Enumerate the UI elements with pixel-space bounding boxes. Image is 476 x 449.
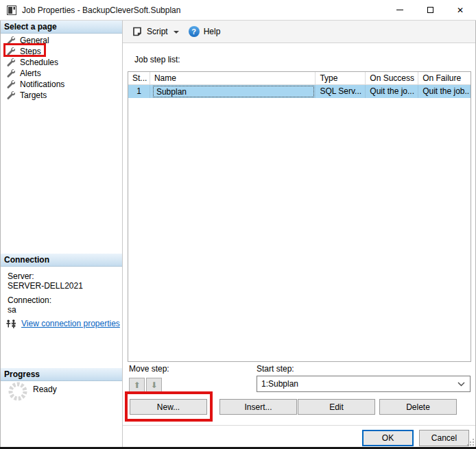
column-header-name[interactable]: Name xyxy=(150,72,316,85)
cell-on-failure: Quit the job... xyxy=(418,85,471,98)
sidebar-item-label: Schedules xyxy=(20,58,58,67)
start-step-label: Start step: xyxy=(257,364,294,374)
column-header-on-success[interactable]: On Success xyxy=(366,72,418,85)
close-icon: ✕ xyxy=(457,6,464,14)
delete-button[interactable]: Delete xyxy=(379,399,457,415)
chevron-down-icon xyxy=(457,382,465,387)
table-header-row: St... Name Type On Success On Failure xyxy=(128,72,471,85)
progress-spinner-icon xyxy=(8,381,28,402)
sidebar-item-label: Alerts xyxy=(20,69,41,78)
wrench-icon xyxy=(7,69,15,77)
start-step-value: 1:Subplan xyxy=(261,379,298,389)
up-arrow-icon: ⬆ xyxy=(133,381,140,389)
cancel-button[interactable]: Cancel xyxy=(419,430,469,446)
job-step-list-label: Job step list: xyxy=(134,55,180,64)
column-header-step[interactable]: St... xyxy=(128,72,150,85)
footer-divider xyxy=(123,425,475,426)
wrench-icon xyxy=(7,36,15,45)
column-header-type[interactable]: Type xyxy=(316,72,366,85)
cell-step-name-text: Subplan xyxy=(153,86,315,97)
close-button[interactable]: ✕ xyxy=(445,0,475,20)
cell-step-type: SQL Serv... xyxy=(316,85,366,98)
sidebar-item-label: Steps xyxy=(20,47,41,56)
sidebar-item-steps[interactable]: Steps xyxy=(1,46,122,57)
script-dropdown-icon xyxy=(174,31,179,34)
connection-properties-icon xyxy=(6,319,17,328)
help-icon: ? xyxy=(189,26,200,37)
sidebar: Select a page General Steps Schedules Al… xyxy=(1,21,123,447)
cell-on-success: Quit the jo... xyxy=(366,85,418,98)
select-a-page-header: Select a page xyxy=(1,21,122,34)
title-bar: Job Properties - BackupCleverSoft.Subpla… xyxy=(0,0,476,21)
script-label: Script xyxy=(147,27,168,36)
wrench-icon xyxy=(7,91,15,99)
cell-step-number: 1 xyxy=(128,85,150,98)
help-label: Help xyxy=(204,27,221,36)
window-title: Job Properties - BackupCleverSoft.Subpla… xyxy=(22,5,180,15)
maximize-icon xyxy=(427,7,433,13)
minimize-button[interactable] xyxy=(385,0,415,20)
progress-header: Progress xyxy=(1,368,122,381)
cell-step-name: Subplan xyxy=(150,85,316,98)
new-button[interactable]: New... xyxy=(130,399,207,415)
sidebar-item-label: Targets xyxy=(20,90,47,100)
wrench-icon xyxy=(7,58,15,66)
sidebar-item-notifications[interactable]: Notifications xyxy=(1,79,122,90)
script-button[interactable]: Script xyxy=(132,26,185,37)
sidebar-item-targets[interactable]: Targets xyxy=(1,90,122,101)
progress-status: Ready xyxy=(33,385,57,394)
job-step-table: St... Name Type On Success On Failure 1 … xyxy=(128,71,471,362)
insert-button[interactable]: Insert... xyxy=(219,399,297,415)
job-properties-dialog: Job Properties - BackupCleverSoft.Subpla… xyxy=(0,0,476,449)
table-row[interactable]: 1 Subplan SQL Serv... Quit the jo... Qui… xyxy=(128,85,471,98)
sidebar-item-general[interactable]: General xyxy=(1,35,122,46)
connection-label: Connection: xyxy=(8,295,51,305)
move-step-label: Move step: xyxy=(129,364,169,374)
edit-button[interactable]: Edit xyxy=(298,399,375,415)
sidebar-item-label: General xyxy=(20,36,49,45)
sidebar-item-label: Notifications xyxy=(20,80,64,89)
wrench-icon xyxy=(7,47,15,56)
move-step-down-button[interactable]: ⬇ xyxy=(146,378,162,393)
server-value: SERVER-DELL2021 xyxy=(8,281,83,291)
help-button[interactable]: ? Help xyxy=(189,26,224,37)
window-properties-icon xyxy=(7,5,16,15)
start-step-dropdown[interactable]: 1:Subplan xyxy=(257,376,471,392)
wrench-icon xyxy=(7,80,15,88)
move-step-up-button[interactable]: ⬆ xyxy=(129,378,145,393)
script-icon xyxy=(132,26,143,37)
server-label: Server: xyxy=(8,271,34,281)
resize-grip[interactable] xyxy=(466,438,475,446)
ok-button[interactable]: OK xyxy=(362,430,414,446)
column-header-on-failure[interactable]: On Failure xyxy=(418,72,471,85)
toolbar: Script ? Help xyxy=(123,21,475,43)
sidebar-item-schedules[interactable]: Schedules xyxy=(1,57,122,68)
maximize-button[interactable] xyxy=(415,0,445,20)
down-arrow-icon: ⬇ xyxy=(150,381,157,389)
sidebar-item-alerts[interactable]: Alerts xyxy=(1,68,122,79)
connection-header: Connection xyxy=(1,254,122,267)
connection-value: sa xyxy=(8,305,16,315)
view-connection-properties-link[interactable]: View connection properties xyxy=(21,319,120,328)
minimize-icon xyxy=(396,10,403,10)
